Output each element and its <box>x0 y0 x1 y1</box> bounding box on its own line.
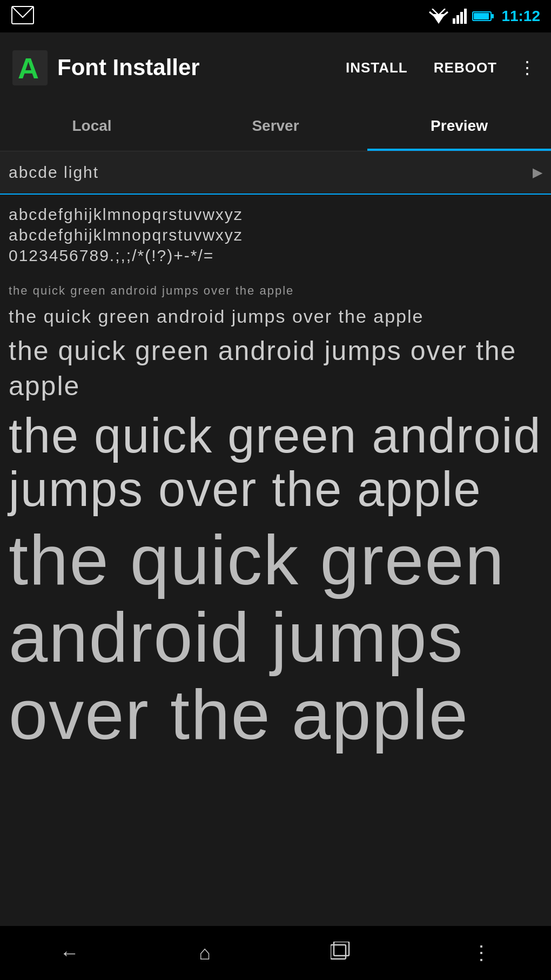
preview-content: abcdefghijklmnopqrstuvwxyz abcdefghijklm… <box>0 195 551 926</box>
tab-preview-label: Preview <box>431 117 488 135</box>
numbers-symbols: 0123456789.;,;/*(!?)+-*/= <box>9 246 542 265</box>
sample-text-small: the quick green android jumps over the a… <box>9 304 542 328</box>
dropdown-arrow-icon[interactable]: ▶ <box>533 165 542 180</box>
app-logo: A <box>11 49 49 86</box>
tabs: Local Server Preview <box>0 103 551 151</box>
recents-button[interactable] <box>331 942 352 965</box>
status-time: 11:12 <box>501 8 540 25</box>
font-name-input[interactable] <box>9 163 533 182</box>
svg-rect-5 <box>464 9 467 24</box>
svg-text:A: A <box>18 52 39 84</box>
sample-text-large: the quick green android jumps over the a… <box>9 409 542 516</box>
alphabet-lower: abcdefghijklmnopqrstuvwxyz <box>9 205 542 224</box>
wifi-icon <box>429 9 448 24</box>
install-button[interactable]: INSTALL <box>337 55 416 81</box>
svg-rect-4 <box>460 12 463 24</box>
svg-rect-3 <box>456 15 459 24</box>
signal-icons <box>429 9 495 24</box>
tab-server-label: Server <box>252 117 299 135</box>
gmail-icon <box>11 5 35 27</box>
sample-text-medium: the quick green android jumps over the a… <box>9 334 542 404</box>
home-button[interactable]: ⌂ <box>199 942 211 964</box>
battery-icon <box>472 10 495 22</box>
nav-bar: ← ⌂ ⋮ <box>0 926 551 980</box>
svg-rect-7 <box>474 13 489 19</box>
signal-icon <box>453 9 468 24</box>
app-title: Font Installer <box>57 55 328 81</box>
svg-rect-11 <box>334 942 349 956</box>
reboot-button[interactable]: REBOOT <box>425 55 506 81</box>
svg-rect-12 <box>331 945 346 959</box>
tab-server[interactable]: Server <box>184 103 367 151</box>
status-bar: 11:12 <box>0 0 551 32</box>
alphabet-upper: abcdefghijklmnopqrstuvwxyz <box>9 226 542 244</box>
sample-text-xlarge: the quick green android jumps over the a… <box>9 522 542 754</box>
back-button[interactable]: ← <box>60 942 79 964</box>
tab-local[interactable]: Local <box>0 103 184 151</box>
more-menu-icon[interactable]: ⋮ <box>514 53 540 82</box>
nav-more-icon[interactable]: ⋮ <box>472 942 491 964</box>
svg-rect-8 <box>492 14 494 18</box>
tab-preview[interactable]: Preview <box>367 103 551 151</box>
sample-text-tiny: the quick green android jumps over the a… <box>9 283 542 299</box>
search-bar: ▶ <box>0 151 551 195</box>
app-bar: A Font Installer INSTALL REBOOT ⋮ <box>0 32 551 103</box>
svg-rect-2 <box>453 18 455 24</box>
tab-local-label: Local <box>72 117 111 135</box>
